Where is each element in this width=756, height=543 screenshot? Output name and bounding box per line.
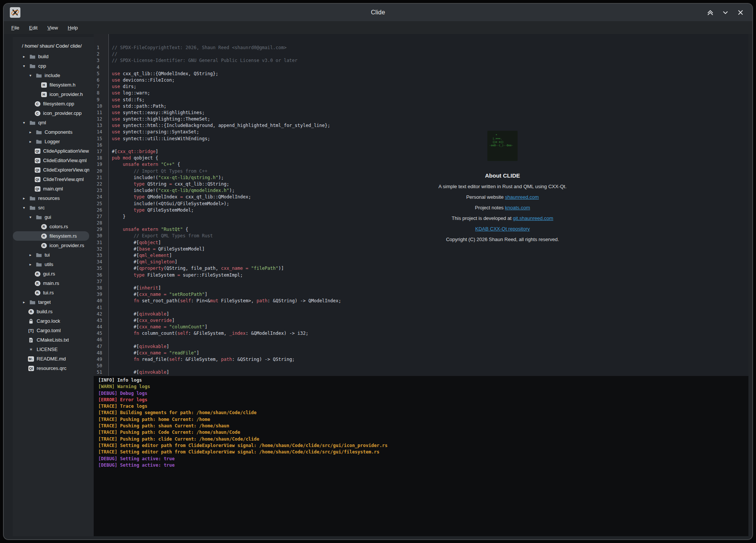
tree-file-icon-provider-cpp[interactable]: Cicon_provider.cpp [13,108,89,118]
tree-file-cmakelists-txt[interactable]: CMakeLists.txt [13,335,89,345]
tree-item-label: Logger [45,139,60,144]
tree-file-clideapplicationview-qml[interactable]: QtClideApplicationView.qml [13,146,89,156]
line-number: 13 [94,122,109,129]
kdab-repo-link[interactable]: KDAB CXX-Qt repository [475,226,530,232]
tree-item-label: ClideTreeView.qml [43,176,84,182]
chevron-down-icon[interactable]: ▾ [29,215,36,219]
chevron-right-icon[interactable]: ▸ [29,262,36,266]
line-number: 28 [94,220,109,226]
c-icon: C [34,110,41,116]
chevron-right-icon[interactable]: ▸ [29,130,36,134]
tree-folder-cpp[interactable]: ▾cpp [13,61,89,71]
line-number: 40 [94,298,109,304]
tree-folder-tui[interactable]: ▸tui [13,250,89,260]
about-tagline: A simple text editor written in Rust and… [404,184,601,189]
menu-edit[interactable]: Edit [29,25,37,31]
notes-link[interactable]: knoats.com [505,205,530,210]
app-icon [10,7,20,18]
code-line-33: 33 #[qml_element] [94,252,748,259]
dev-label: This project is developed at [452,215,513,221]
tree-file-clideeditorview-qml[interactable]: QtClideEditorView.qml [13,156,89,165]
dev-link[interactable]: git.shaunreed.com [513,215,553,221]
tree-item-label: tui.rs [43,290,54,295]
chevron-down-icon[interactable]: ▾ [23,64,29,68]
close-button[interactable] [736,8,745,17]
tree-file-cargo-lock[interactable]: Cargo.lock [13,316,89,326]
menu-view[interactable]: View [47,25,58,31]
chevron-right-icon[interactable]: ▸ [23,300,29,304]
log-line-info: [INFO] Info logs [98,377,748,384]
code-line-39: 39 #[cxx_name = "setRootPath"] [94,291,748,298]
code-line-3: 3// SPDX-License-Identifier: GNU General… [94,57,748,64]
tree-folder-gui[interactable]: ▾gui [13,212,89,222]
tree-file-readme-md[interactable]: M↓README.md [13,354,89,364]
log-line-warn: [WARN] Warning logs [98,384,748,390]
code-line-48: 48 #[cxx_name = "readFile"] [94,350,748,356]
website-link[interactable]: shaunreed.com [505,194,539,200]
tree-item-label: gui [45,214,51,220]
chevron-right-icon[interactable]: ▸ [29,139,36,144]
tree-file-filesystem-rs[interactable]: Rfilesystem.rs [13,231,89,241]
chevron-right-icon[interactable]: ▸ [23,196,29,200]
tree-folder-components[interactable]: ▸Components [13,127,89,137]
about-copyright: Copyright (C) 2026 Shaun Reed, all right… [404,237,601,242]
chevron-right-icon[interactable]: ▸ [29,253,36,257]
tree-folder-src[interactable]: ▾src [13,203,89,212]
h-icon: H [40,91,47,97]
tree-file-icon-provider-h[interactable]: Hicon_provider.h [13,90,89,99]
tree-folder-include[interactable]: ▾include [13,71,89,80]
tree-file-main-qml[interactable]: Qtmain.qml [13,184,89,193]
about-dev-line: This project is developed at git.shaunre… [404,215,601,221]
log-console[interactable]: [INFO] Info logs[WARN] Warning logs[DEBU… [94,376,748,536]
menu-file[interactable]: File [11,25,19,31]
license-icon: ✶ [28,347,34,353]
tree-file-tui-rs[interactable]: Rtui.rs [13,288,89,297]
qt-icon: Qt [34,148,41,154]
shade-button[interactable] [705,8,715,17]
app-window: Clide File Edit View Help / home/ shaun/… [3,3,753,540]
chevron-right-icon[interactable]: ▸ [23,54,29,59]
line-number: 43 [94,317,109,324]
code-line-11: 11use syntect::easy::HighlightLines; [94,110,748,116]
tree-file-license[interactable]: ✶LICENSE [13,345,89,354]
tree-folder-target[interactable]: ▸target [13,297,89,307]
menu-help[interactable]: Help [68,25,78,31]
line-number: 38 [94,285,109,291]
tree-folder-utils[interactable]: ▸utils [13,260,89,269]
line-number: 20 [94,168,109,175]
log-line-trace: [TRACE] Pushing path: home Current: /hom… [98,416,748,423]
chevron-down-icon[interactable]: ▾ [29,73,36,77]
line-number: 3 [94,57,109,64]
tree-folder-qml[interactable]: ▾qml [13,118,89,127]
tree-folder-build[interactable]: ▸build [13,52,89,61]
tree-file-icon-provider-rs[interactable]: Ricon_provider.rs [13,241,89,250]
tree-folder-resources[interactable]: ▸resources [13,193,89,203]
tree-file-clideexplorerview-qml[interactable]: QtClideExplorerView.qml [13,165,89,175]
line-number: 29 [94,226,109,233]
tree-file-colors-rs[interactable]: Rcolors.rs [13,222,89,231]
code-line-45: 45 fn column_count(self: &FileSystem, _i… [94,330,748,337]
chevron-down-icon[interactable]: ▾ [23,206,29,210]
tree-file-filesystem-cpp[interactable]: Cfilesystem.cpp [13,99,89,108]
about-heading: About CLIDE [404,172,601,179]
tree-folder-logger[interactable]: ▸Logger [13,137,89,146]
chevron-down-icon[interactable]: ▾ [23,121,29,125]
tree-file-main-rs[interactable]: Rmain.rs [13,278,89,288]
tree-item-label: qml [38,120,46,125]
log-line-error: [ERROR] Error logs [98,397,748,403]
tree-file-cargo-toml[interactable]: [T]Cargo.toml [13,326,89,335]
minimize-button[interactable] [720,8,730,17]
line-number: 21 [94,175,109,181]
tree-file-gui-rs[interactable]: Rgui.rs [13,269,89,278]
tree-item-label: gui.rs [43,271,55,277]
code-line-13: 13use syntect::html::{IncludeBackground,… [94,122,748,129]
folder-icon [36,214,42,220]
qt-icon: Qt [34,176,41,183]
tree-file-clidetreeview-qml[interactable]: QtClideTreeView.qml [13,175,89,184]
tree-item-label: CMakeLists.txt [37,337,69,343]
tree-item-label: Cargo.toml [37,328,61,333]
tree-file-resources-qrc[interactable]: Qtresources.qrc [13,364,89,373]
tree-item-label: resources [38,195,60,201]
tree-file-filesystem-h[interactable]: Hfilesystem.h [13,80,89,90]
tree-file-build-rs[interactable]: Rbuild.rs [13,307,89,316]
